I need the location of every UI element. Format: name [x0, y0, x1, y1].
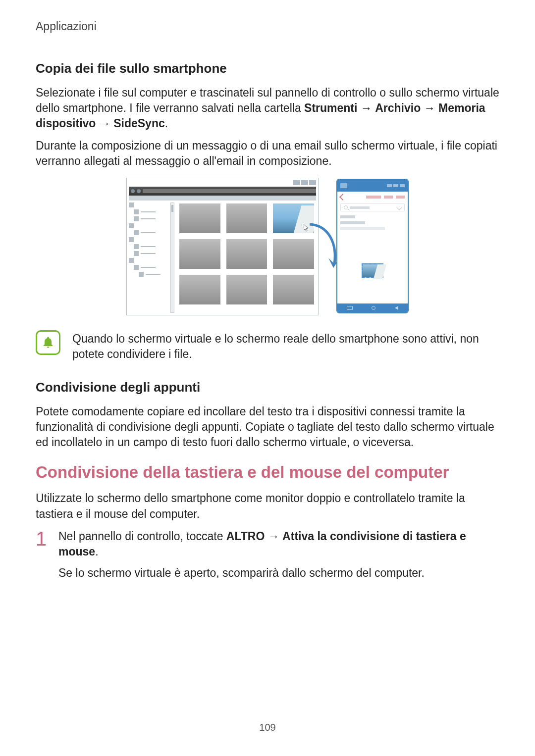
pc-sidebar-tree — [129, 202, 167, 313]
para-clipboard-share: Potete comodamente copiare ed incollare … — [36, 404, 499, 450]
pc-titlebar — [127, 178, 318, 187]
figure-drag-file — [36, 178, 499, 316]
page-number: 109 — [0, 722, 535, 733]
pc-toolbar — [129, 187, 316, 196]
step-number: 1 — [36, 529, 49, 549]
para-copy-files-1: Selezionate i file sul computer e trasci… — [36, 85, 499, 131]
phone-titlebar — [337, 180, 408, 192]
phone-dropped-thumb — [362, 263, 383, 278]
step-1-line-2: Se lo schermo virtuale è aperto, scompar… — [58, 565, 499, 581]
text-run: . — [95, 545, 98, 558]
heading-clipboard-share: Condivisione degli appunti — [36, 380, 499, 395]
note-block: Quando lo schermo virtuale e lo schermo … — [36, 330, 499, 362]
arrow-sep: → — [265, 530, 282, 543]
heading-copy-files: Copia dei file sullo smartphone — [36, 61, 499, 76]
arrow-sep: → — [421, 101, 438, 114]
arrow-sep: → — [357, 101, 375, 114]
pc-scrollbar — [170, 202, 174, 313]
path-part-strumenti: Strumenti — [304, 101, 357, 114]
note-bell-icon — [36, 330, 60, 355]
path-part-archivio: Archivio — [375, 101, 421, 114]
heading-keyboard-mouse-share: Condivisione della tastiera e del mouse … — [36, 463, 499, 482]
step-1-line-1: Nel pannello di controllo, toccate ALTRO… — [58, 529, 499, 559]
step-1: 1 Nel pannello di controllo, toccate ALT… — [36, 529, 499, 587]
arrow-sep: → — [96, 117, 113, 130]
path-part-sidesync: SideSync — [113, 117, 165, 130]
page-header-section: Applicazioni — [36, 20, 499, 33]
text-run: Nel pannello di controllo, toccate — [58, 530, 226, 543]
para-copy-files-2: Durante la composizione di un messaggio … — [36, 138, 499, 169]
menu-altro: ALTRO — [226, 530, 265, 543]
phone-virtual-screen — [336, 179, 409, 313]
pc-thumb-grid — [177, 202, 316, 313]
pc-window — [126, 178, 319, 315]
para-keyboard-mouse-intro: Utilizzate lo schermo dello smartphone c… — [36, 491, 499, 521]
text-run: . — [165, 117, 168, 130]
phone-navbar — [337, 303, 408, 312]
note-text: Quando lo schermo virtuale e lo schermo … — [72, 330, 499, 362]
